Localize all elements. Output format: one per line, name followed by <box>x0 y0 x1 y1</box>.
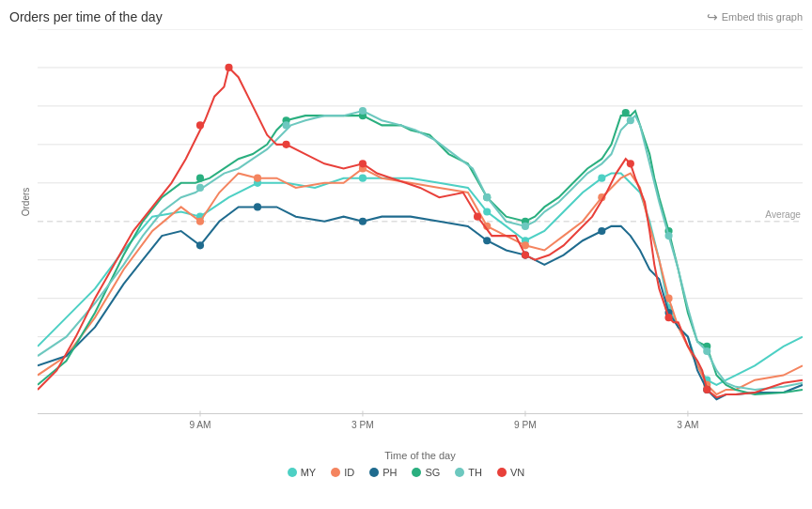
x-axis-label: Time of the day <box>38 450 803 461</box>
chart-svg: 0 % 20 % 40 % 60 % 80 % 100 % 120 % 140 … <box>38 29 803 433</box>
legend-item-ID: ID <box>331 467 354 478</box>
legend-dot-ID <box>331 468 340 477</box>
svg-point-77 <box>522 252 529 259</box>
svg-point-40 <box>196 218 204 225</box>
svg-point-48 <box>196 241 204 249</box>
svg-point-37 <box>598 175 605 182</box>
legend-item-PH: PH <box>369 467 397 478</box>
legend-dot-MY <box>288 468 297 477</box>
svg-point-56 <box>196 175 204 182</box>
y-axis-label: Orders <box>21 188 31 217</box>
legend-item-MY: MY <box>288 467 317 478</box>
svg-text:3 AM: 3 AM <box>677 420 698 430</box>
svg-point-80 <box>703 386 710 393</box>
legend-item-VN: VN <box>497 467 524 478</box>
svg-point-71 <box>703 347 710 355</box>
legend-item-TH: TH <box>455 467 482 478</box>
svg-point-69 <box>627 116 634 124</box>
svg-point-50 <box>359 218 367 225</box>
svg-point-75 <box>359 160 367 167</box>
legend-dot-PH <box>369 468 379 477</box>
svg-point-79 <box>664 314 672 321</box>
chart-title: Orders per time of the day <box>9 9 803 24</box>
legend-dot-SG <box>412 468 421 477</box>
svg-text:9 PM: 9 PM <box>514 420 537 430</box>
svg-point-74 <box>282 141 289 148</box>
chart-legend: MY ID PH SG TH VN <box>9 467 803 478</box>
legend-item-SG: SG <box>412 467 440 478</box>
svg-point-35 <box>483 208 491 215</box>
svg-text:Average: Average <box>765 209 801 220</box>
svg-point-41 <box>254 175 261 182</box>
embed-button[interactable]: ↪ Embed this graph <box>707 9 803 24</box>
svg-point-53 <box>598 227 605 235</box>
svg-point-73 <box>225 64 232 71</box>
svg-text:3 PM: 3 PM <box>351 420 374 430</box>
svg-point-67 <box>483 193 491 201</box>
svg-point-65 <box>282 121 289 129</box>
legend-dot-TH <box>455 468 464 477</box>
svg-point-72 <box>196 121 204 129</box>
main-container: Orders per time of the day ↪ Embed this … <box>0 0 812 509</box>
svg-point-34 <box>359 175 367 182</box>
svg-point-61 <box>622 109 630 116</box>
chart-area: Orders 0 % 20 % 40 <box>9 29 803 461</box>
embed-icon: ↪ <box>707 9 718 24</box>
svg-point-66 <box>359 107 367 115</box>
svg-point-51 <box>483 237 491 244</box>
svg-text:9 AM: 9 AM <box>189 420 211 430</box>
svg-point-49 <box>254 203 261 210</box>
svg-point-64 <box>196 184 204 192</box>
svg-wrapper: 0 % 20 % 40 % 60 % 80 % 100 % 120 % 140 … <box>38 29 803 433</box>
svg-point-68 <box>522 223 529 230</box>
svg-point-78 <box>627 160 634 167</box>
svg-point-76 <box>474 213 481 221</box>
legend-dot-VN <box>497 468 507 477</box>
svg-point-70 <box>664 232 672 239</box>
